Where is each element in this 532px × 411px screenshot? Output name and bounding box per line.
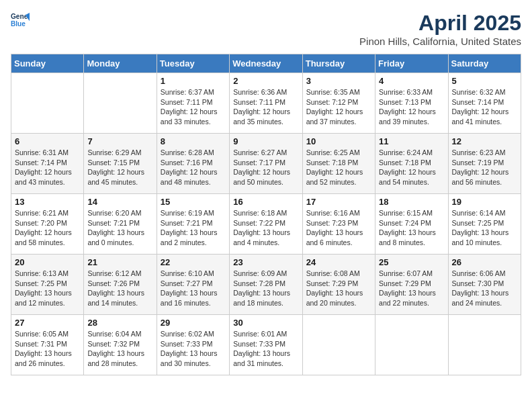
day-number: 27 xyxy=(15,318,80,328)
calendar-cell: 18Sunrise: 6:15 AMSunset: 7:24 PMDayligh… xyxy=(375,194,448,255)
calendar-cell: 22Sunrise: 6:10 AMSunset: 7:27 PMDayligh… xyxy=(157,255,229,315)
calendar-cell: 2Sunrise: 6:36 AMSunset: 7:11 PMDaylight… xyxy=(230,73,302,134)
calendar-cell: 3Sunrise: 6:35 AMSunset: 7:12 PMDaylight… xyxy=(302,73,375,134)
day-info: Sunrise: 6:28 AMSunset: 7:16 PMDaylight:… xyxy=(161,148,226,187)
day-number: 16 xyxy=(233,197,298,207)
day-number: 4 xyxy=(379,76,444,86)
svg-text:Blue: Blue xyxy=(11,20,26,28)
calendar-cell: 26Sunrise: 6:06 AMSunset: 7:30 PMDayligh… xyxy=(448,255,521,315)
day-number: 17 xyxy=(306,197,371,207)
header-wednesday: Wednesday xyxy=(230,54,302,73)
calendar-cell xyxy=(448,315,521,375)
day-info: Sunrise: 6:06 AMSunset: 7:30 PMDaylight:… xyxy=(452,269,517,308)
day-number: 14 xyxy=(87,197,152,207)
day-info: Sunrise: 6:37 AMSunset: 7:11 PMDaylight:… xyxy=(161,87,226,127)
title-area: April 2025 Pinon Hills, California, Unit… xyxy=(359,11,521,47)
day-info: Sunrise: 6:31 AMSunset: 7:14 PMDaylight:… xyxy=(15,148,80,187)
calendar-cell: 7Sunrise: 6:29 AMSunset: 7:15 PMDaylight… xyxy=(84,134,157,194)
day-number: 9 xyxy=(233,136,298,146)
day-number: 24 xyxy=(306,257,371,267)
calendar-cell: 6Sunrise: 6:31 AMSunset: 7:14 PMDaylight… xyxy=(11,134,84,194)
calendar-cell: 27Sunrise: 6:05 AMSunset: 7:31 PMDayligh… xyxy=(11,315,84,375)
day-number: 13 xyxy=(15,197,80,207)
day-info: Sunrise: 6:27 AMSunset: 7:17 PMDaylight:… xyxy=(233,148,298,187)
day-number: 8 xyxy=(161,136,226,146)
calendar-cell: 5Sunrise: 6:32 AMSunset: 7:14 PMDaylight… xyxy=(448,73,521,134)
day-info: Sunrise: 6:05 AMSunset: 7:31 PMDaylight:… xyxy=(15,329,80,369)
day-info: Sunrise: 6:19 AMSunset: 7:21 PMDaylight:… xyxy=(161,208,226,248)
calendar-cell: 24Sunrise: 6:08 AMSunset: 7:29 PMDayligh… xyxy=(302,255,375,315)
calendar-cell xyxy=(11,73,84,134)
calendar-cell: 9Sunrise: 6:27 AMSunset: 7:17 PMDaylight… xyxy=(230,134,302,194)
header-thursday: Thursday xyxy=(302,54,375,73)
day-number: 26 xyxy=(452,257,517,267)
day-info: Sunrise: 6:24 AMSunset: 7:18 PMDaylight:… xyxy=(379,148,444,187)
day-info: Sunrise: 6:07 AMSunset: 7:29 PMDaylight:… xyxy=(379,269,444,308)
calendar-cell xyxy=(302,315,375,375)
day-info: Sunrise: 6:25 AMSunset: 7:18 PMDaylight:… xyxy=(306,148,371,187)
calendar-cell: 20Sunrise: 6:13 AMSunset: 7:25 PMDayligh… xyxy=(11,255,84,315)
calendar-cell xyxy=(84,73,157,134)
day-info: Sunrise: 6:18 AMSunset: 7:22 PMDaylight:… xyxy=(233,208,298,248)
day-info: Sunrise: 6:14 AMSunset: 7:25 PMDaylight:… xyxy=(452,208,517,248)
day-info: Sunrise: 6:23 AMSunset: 7:19 PMDaylight:… xyxy=(452,148,517,187)
day-info: Sunrise: 6:02 AMSunset: 7:33 PMDaylight:… xyxy=(161,329,226,369)
day-number: 25 xyxy=(379,257,444,267)
calendar-cell: 30Sunrise: 6:01 AMSunset: 7:33 PMDayligh… xyxy=(230,315,302,375)
day-info: Sunrise: 6:21 AMSunset: 7:20 PMDaylight:… xyxy=(15,208,80,248)
day-info: Sunrise: 6:15 AMSunset: 7:24 PMDaylight:… xyxy=(379,208,444,248)
day-number: 18 xyxy=(379,197,444,207)
day-info: Sunrise: 6:29 AMSunset: 7:15 PMDaylight:… xyxy=(87,148,152,187)
day-info: Sunrise: 6:16 AMSunset: 7:23 PMDaylight:… xyxy=(306,208,371,248)
calendar-cell: 11Sunrise: 6:24 AMSunset: 7:18 PMDayligh… xyxy=(375,134,448,194)
calendar-table: SundayMondayTuesdayWednesdayThursdayFrid… xyxy=(11,54,521,375)
calendar-cell: 8Sunrise: 6:28 AMSunset: 7:16 PMDaylight… xyxy=(157,134,229,194)
day-number: 23 xyxy=(233,257,298,267)
header-sunday: Sunday xyxy=(11,54,84,73)
day-info: Sunrise: 6:20 AMSunset: 7:21 PMDaylight:… xyxy=(87,208,152,248)
day-info: Sunrise: 6:32 AMSunset: 7:14 PMDaylight:… xyxy=(452,87,517,127)
calendar-week-5: 27Sunrise: 6:05 AMSunset: 7:31 PMDayligh… xyxy=(11,315,521,375)
calendar-cell: 15Sunrise: 6:19 AMSunset: 7:21 PMDayligh… xyxy=(157,194,229,255)
calendar-cell: 4Sunrise: 6:33 AMSunset: 7:13 PMDaylight… xyxy=(375,73,448,134)
day-number: 6 xyxy=(15,136,80,146)
day-number: 10 xyxy=(306,136,371,146)
calendar-header-row: SundayMondayTuesdayWednesdayThursdayFrid… xyxy=(11,54,521,73)
day-info: Sunrise: 6:10 AMSunset: 7:27 PMDaylight:… xyxy=(161,269,226,308)
page-title: April 2025 xyxy=(359,11,521,36)
header-monday: Monday xyxy=(84,54,157,73)
calendar-week-4: 20Sunrise: 6:13 AMSunset: 7:25 PMDayligh… xyxy=(11,255,521,315)
day-number: 22 xyxy=(161,257,226,267)
day-number: 11 xyxy=(379,136,444,146)
day-info: Sunrise: 6:12 AMSunset: 7:26 PMDaylight:… xyxy=(87,269,152,308)
calendar-cell: 25Sunrise: 6:07 AMSunset: 7:29 PMDayligh… xyxy=(375,255,448,315)
header-saturday: Saturday xyxy=(448,54,521,73)
day-number: 12 xyxy=(452,136,517,146)
calendar-week-3: 13Sunrise: 6:21 AMSunset: 7:20 PMDayligh… xyxy=(11,194,521,255)
calendar-cell: 12Sunrise: 6:23 AMSunset: 7:19 PMDayligh… xyxy=(448,134,521,194)
day-info: Sunrise: 6:08 AMSunset: 7:29 PMDaylight:… xyxy=(306,269,371,308)
day-number: 2 xyxy=(233,76,298,86)
day-number: 7 xyxy=(87,136,152,146)
day-number: 1 xyxy=(161,76,226,86)
day-number: 30 xyxy=(233,318,298,328)
calendar-week-2: 6Sunrise: 6:31 AMSunset: 7:14 PMDaylight… xyxy=(11,134,521,194)
header-friday: Friday xyxy=(375,54,448,73)
day-info: Sunrise: 6:01 AMSunset: 7:33 PMDaylight:… xyxy=(233,329,298,369)
logo-icon: General Blue xyxy=(11,11,30,30)
calendar-cell xyxy=(375,315,448,375)
day-number: 28 xyxy=(87,318,152,328)
header-tuesday: Tuesday xyxy=(157,54,229,73)
calendar-cell: 28Sunrise: 6:04 AMSunset: 7:32 PMDayligh… xyxy=(84,315,157,375)
day-info: Sunrise: 6:09 AMSunset: 7:28 PMDaylight:… xyxy=(233,269,298,308)
day-number: 15 xyxy=(161,197,226,207)
day-number: 29 xyxy=(161,318,226,328)
day-info: Sunrise: 6:13 AMSunset: 7:25 PMDaylight:… xyxy=(15,269,80,308)
day-number: 3 xyxy=(306,76,371,86)
calendar-week-1: 1Sunrise: 6:37 AMSunset: 7:11 PMDaylight… xyxy=(11,73,521,134)
calendar-cell: 16Sunrise: 6:18 AMSunset: 7:22 PMDayligh… xyxy=(230,194,302,255)
day-number: 20 xyxy=(15,257,80,267)
day-info: Sunrise: 6:35 AMSunset: 7:12 PMDaylight:… xyxy=(306,87,371,127)
calendar-cell: 23Sunrise: 6:09 AMSunset: 7:28 PMDayligh… xyxy=(230,255,302,315)
day-info: Sunrise: 6:36 AMSunset: 7:11 PMDaylight:… xyxy=(233,87,298,127)
